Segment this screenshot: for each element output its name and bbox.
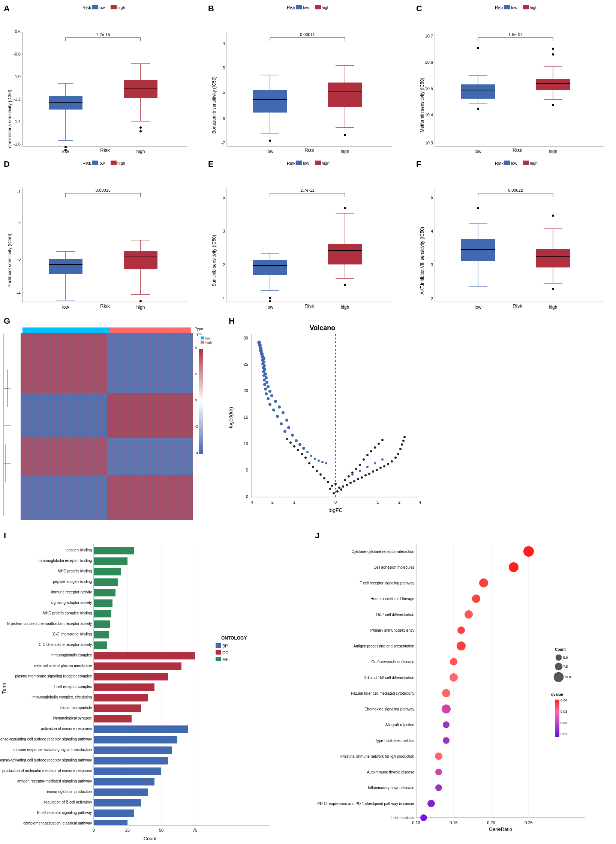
svg-rect-219 [109,327,191,333]
svg-text:Term: Term [1,683,7,694]
svg-point-465 [442,689,450,697]
svg-point-36 [139,126,142,129]
svg-point-164 [269,300,271,302]
svg-point-361 [381,458,384,461]
svg-point-288 [383,465,385,467]
svg-point-30 [64,149,67,151]
svg-text:0: 0 [195,398,197,402]
svg-point-303 [401,443,403,446]
svg-text:0: 0 [334,500,337,505]
svg-text:10.3: 10.3 [425,141,433,145]
svg-point-347 [257,341,261,344]
svg-point-308 [381,439,384,441]
svg-text:Risk: Risk [495,161,504,166]
svg-rect-239 [21,333,193,520]
svg-text:qvalue: qvalue [551,692,563,697]
svg-point-282 [372,470,374,473]
svg-point-289 [359,464,361,466]
svg-rect-62 [253,90,287,113]
svg-text:-1.4: -1.4 [13,119,21,124]
svg-text:7.5: 7.5 [563,665,568,668]
svg-point-320 [268,403,271,406]
svg-text:low: low [511,161,517,165]
svg-text:-0.8: -0.8 [13,52,21,56]
svg-rect-208 [201,336,204,339]
svg-text:10: 10 [244,442,248,446]
svg-point-262 [336,490,339,493]
svg-text:immune response-regulating cel: immune response-regulating cell surface … [0,737,92,741]
svg-rect-217 [199,349,203,454]
svg-point-312 [283,430,286,433]
svg-point-302 [374,446,376,449]
svg-text:Type I diabetes mellitus: Type I diabetes mellitus [375,739,415,743]
svg-point-477 [435,784,442,791]
svg-text:Antigen processing and present: Antigen processing and presentation [354,644,414,648]
svg-text:10.4: 10.4 [425,113,433,117]
svg-text:high: high [117,5,125,10]
svg-text:-4: -4 [249,500,253,505]
svg-rect-40 [296,5,302,9]
svg-text:MHC protein complex binding: MHC protein complex binding [43,611,92,615]
svg-text:0: 0 [93,828,95,832]
svg-rect-218 [22,327,109,333]
svg-text:I: I [4,531,6,540]
svg-text:high: high [549,149,558,154]
svg-point-272 [353,480,355,482]
svg-text:Cytokine-cytokine receptor int: Cytokine-cytokine receptor interaction [352,550,414,554]
svg-text:10.0: 10.0 [564,675,571,679]
svg-point-269 [334,483,337,485]
svg-text:immunoglobulin complex: immunoglobulin complex [51,653,92,657]
svg-text:-1: -1 [292,500,295,505]
svg-text:Allograft rejection: Allograft rejection [385,723,414,727]
svg-point-449 [509,562,519,572]
svg-text:H: H [229,316,235,326]
svg-text:-5: -5 [221,90,225,95]
svg-rect-210 [201,341,204,344]
svg-text:logFC: logFC [328,507,342,513]
svg-text:MF: MF [222,657,228,662]
svg-rect-429 [216,643,221,648]
svg-text:external side of plasma membra: external side of plasma membrane [34,664,92,668]
svg-rect-102 [536,79,570,90]
svg-text:Natural killer cell mediated c: Natural killer cell mediated cytotoxicit… [351,691,414,695]
svg-rect-399 [94,673,168,680]
svg-text:25: 25 [244,362,248,366]
svg-point-313 [287,426,290,429]
svg-text:antigen binding: antigen binding [66,548,92,552]
svg-rect-375 [94,547,134,554]
svg-rect-68 [328,83,362,107]
svg-rect-415 [94,757,168,764]
svg-text:Hematopoietic cell lineage: Hematopoietic cell lineage [370,597,414,601]
svg-text:Th1 and Th2 cell differentiati: Th1 and Th2 cell differentiation [363,676,414,680]
svg-point-295 [304,457,307,459]
svg-text:immunoglobulin receptor bindin: immunoglobulin receptor binding [37,559,92,563]
svg-text:Sunitinib sensitivity (IC50): Sunitinib sensitivity (IC50) [211,235,217,287]
svg-text:75: 75 [193,828,197,832]
svg-point-284 [376,469,378,471]
svg-text:20: 20 [244,388,248,393]
svg-text:Risk: Risk [495,5,504,11]
svg-rect-423 [94,799,141,806]
svg-text:Risk: Risk [287,161,296,166]
svg-rect-130 [49,259,82,274]
svg-text:low: low [267,149,273,154]
svg-text:activation of immune response: activation of immune response [41,727,92,731]
svg-rect-425 [94,809,134,817]
svg-rect-42 [315,5,321,9]
svg-point-97 [477,47,479,49]
svg-text:30: 30 [244,336,248,340]
svg-rect-401 [94,683,154,691]
svg-text:Graft-versus-host disease: Graft-versus-host disease [372,660,415,664]
svg-text:5: 5 [223,195,225,200]
svg-rect-161 [253,260,287,275]
svg-point-106 [552,104,554,106]
panel-g: G Type Type low high 4 2 0 -2 -4 [0,313,225,527]
svg-rect-140 [296,161,302,165]
svg-text:low: low [475,305,481,310]
svg-text:15: 15 [244,415,248,419]
svg-rect-393 [94,641,107,649]
svg-point-315 [285,419,288,422]
svg-rect-111 [111,161,117,165]
svg-text:-0.6: -0.6 [13,29,21,34]
svg-text:1: 1 [377,500,379,505]
